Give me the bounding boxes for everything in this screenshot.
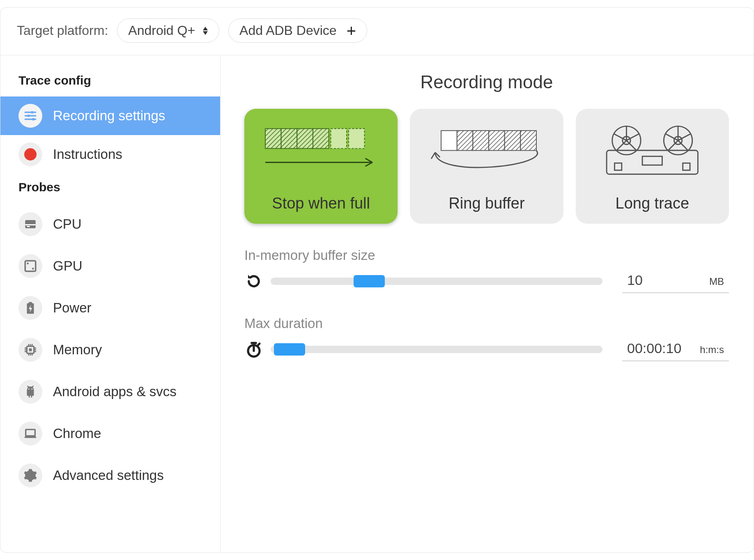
max-duration-input[interactable]: 00:00:10 h:m:s: [622, 337, 729, 361]
gear-icon: [18, 464, 42, 487]
mode-label: Long trace: [616, 195, 690, 212]
svg-rect-29: [349, 129, 365, 148]
svg-rect-28: [331, 129, 347, 148]
svg-line-21: [32, 386, 33, 388]
sidebar-item-label: Recording settings: [53, 108, 165, 124]
android-icon: [18, 380, 42, 404]
sidebar-item-label: GPU: [53, 258, 83, 274]
gpu-icon: [18, 254, 42, 278]
battery-icon: [18, 296, 42, 320]
sidebar: Trace config Recording settings Instruct…: [0, 55, 221, 552]
sidebar-item-gpu[interactable]: GPU: [0, 245, 220, 287]
svg-rect-24: [265, 129, 281, 148]
svg-rect-22: [26, 429, 35, 436]
sidebar-item-android[interactable]: Android apps & svcs: [0, 371, 220, 413]
svg-rect-11: [27, 226, 30, 227]
topbar: Target platform: Android Q+ Add ADB Devi…: [0, 8, 754, 55]
svg-point-13: [27, 262, 29, 264]
main-panel: Recording mode: [221, 55, 754, 552]
stopwatch-icon[interactable]: [244, 340, 263, 359]
sidebar-item-label: Memory: [53, 342, 102, 358]
recording-mode-picker: Stop when full: [244, 109, 729, 224]
svg-rect-31: [457, 131, 473, 150]
sidebar-item-label: Chrome: [53, 426, 101, 441]
svg-rect-41: [642, 156, 662, 165]
sidebar-item-label: CPU: [53, 216, 82, 232]
sidebar-item-label: Advanced settings: [53, 468, 164, 483]
svg-marker-4: [203, 27, 208, 30]
buffer-size-slider[interactable]: [271, 278, 602, 285]
svg-point-6: [31, 111, 33, 113]
platform-select-value: Android Q+: [128, 23, 195, 38]
sidebar-item-memory[interactable]: Memory: [0, 329, 220, 371]
svg-rect-32: [473, 131, 489, 150]
platform-select[interactable]: Android Q+: [117, 18, 219, 43]
max-duration-unit: h:m:s: [700, 344, 724, 356]
sidebar-item-label: Power: [53, 300, 92, 316]
sidebar-item-cpu[interactable]: CPU: [0, 203, 220, 245]
mode-label: Stop when full: [272, 195, 370, 212]
reset-icon[interactable]: [244, 272, 263, 291]
target-platform-label: Target platform:: [17, 23, 108, 38]
svg-point-18: [28, 388, 30, 390]
sidebar-item-label: Android apps & svcs: [53, 384, 177, 399]
svg-point-19: [31, 388, 32, 390]
laptop-icon: [18, 422, 42, 445]
sidebar-item-power[interactable]: Power: [0, 287, 220, 329]
svg-line-20: [28, 386, 29, 388]
memory-icon: [18, 338, 42, 362]
svg-rect-26: [297, 129, 313, 148]
svg-rect-35: [520, 131, 536, 150]
section-probes: Probes: [0, 174, 220, 203]
sidebar-item-label: Instructions: [53, 147, 122, 162]
svg-rect-30: [441, 131, 457, 150]
svg-rect-34: [504, 131, 520, 150]
slider-thumb[interactable]: [274, 343, 305, 356]
add-adb-device-button[interactable]: Add ADB Device +: [228, 18, 367, 43]
svg-marker-5: [203, 31, 208, 35]
svg-rect-23: [25, 436, 36, 438]
sidebar-item-advanced[interactable]: Advanced settings: [0, 454, 220, 496]
svg-point-14: [32, 268, 34, 270]
select-arrows-icon: [202, 27, 208, 35]
max-duration-block: Max duration 00:00:10 h:m:s: [244, 316, 729, 361]
max-duration-value: 00:00:10: [627, 340, 681, 356]
cpu-icon: [18, 212, 42, 236]
svg-rect-10: [25, 224, 36, 225]
svg-rect-27: [313, 129, 329, 148]
buffer-size-unit: MB: [709, 276, 724, 287]
buffer-size-input[interactable]: 10 MB: [622, 269, 729, 293]
buffer-size-block: In-memory buffer size 10 MB: [244, 248, 729, 293]
max-duration-label: Max duration: [244, 316, 729, 331]
sidebar-item-recording-settings[interactable]: Recording settings: [0, 96, 220, 135]
recording-mode-heading: Recording mode: [244, 72, 729, 92]
sliders-icon: [18, 104, 42, 128]
sidebar-item-chrome[interactable]: Chrome: [0, 413, 220, 454]
buffer-size-label: In-memory buffer size: [244, 248, 729, 263]
slider-thumb[interactable]: [354, 275, 385, 287]
stop-when-full-illustration: [244, 109, 398, 192]
mode-ring-buffer[interactable]: Ring buffer: [410, 109, 563, 224]
mode-label: Ring buffer: [448, 195, 524, 212]
buffer-size-value: 10: [627, 272, 643, 288]
ring-buffer-illustration: [410, 109, 563, 192]
mode-long-trace[interactable]: Long trace: [576, 109, 729, 224]
add-adb-device-label: Add ADB Device: [239, 23, 337, 38]
mode-stop-when-full[interactable]: Stop when full: [244, 109, 398, 224]
long-trace-illustration: [576, 109, 729, 192]
svg-rect-43: [683, 163, 690, 170]
svg-point-8: [32, 118, 34, 120]
svg-rect-25: [281, 129, 297, 148]
svg-rect-17: [29, 348, 32, 351]
svg-rect-33: [489, 131, 505, 150]
svg-point-7: [28, 115, 30, 117]
sidebar-item-instructions[interactable]: Instructions: [0, 135, 220, 174]
svg-rect-42: [615, 163, 622, 170]
max-duration-slider[interactable]: [271, 346, 602, 353]
record-icon: [18, 142, 42, 166]
section-trace-config: Trace config: [0, 67, 220, 96]
svg-rect-12: [25, 261, 36, 271]
